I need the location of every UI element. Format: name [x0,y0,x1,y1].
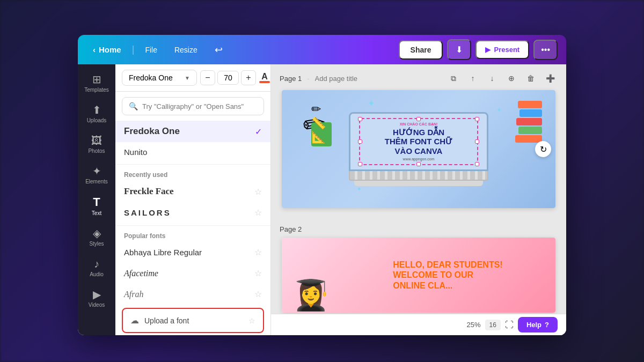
font-selector-arrow: ▼ [185,75,190,81]
font-name-label: Fredoka One [124,126,255,137]
page1-subtext: www.appngon.com [365,157,472,161]
duplicate-page-button[interactable]: ⊕ [504,71,519,86]
text-selection: XIN CHÀO CÁC BẠN! HƯỚNG DẪN THÊM FONT CH… [359,118,478,165]
page1-content: ✏ ✏📏📐 [282,90,555,208]
page2-label: Page 2 [280,225,302,233]
page2-line2: WELCOME TO OUR [393,270,502,280]
present-button[interactable]: ▶ Present [475,40,529,59]
copy-page-button[interactable]: ⧉ [446,71,461,86]
help-icon: ? [545,321,549,329]
more-options-button[interactable]: ••• [533,40,558,60]
font-item-aileron[interactable]: Aileron Regular ☆ [115,305,270,306]
page2-content: 👩‍🎓 HELLO, DEAR STUDENTS! WELCOME TO OUR… [282,238,555,313]
page1-sep: - [307,75,309,83]
home-nav-button[interactable]: ‹ Home [86,42,128,57]
heading-line1: HƯỚNG DẪN [365,128,472,137]
sidebar-item-templates[interactable]: ⊞ Templates [80,69,113,98]
icon-sidebar: ⊞ Templates ⬆ Uploads 🖼 Photos ✦ Element… [78,64,115,335]
sidebar-item-photos[interactable]: 🖼 Photos [80,130,113,159]
sidebar-item-audio[interactable]: ♪ Audio [80,253,113,283]
canvas-scroll-area[interactable]: Page 1 - ⧉ ↑ ↓ ⊕ 🗑 ➕ [271,64,566,335]
photos-icon: 🖼 [91,135,102,146]
page2-background[interactable]: 👩‍🎓 HELLO, DEAR STUDENTS! WELCOME TO OUR… [282,238,555,313]
font-favorite-star[interactable]: ☆ [254,247,262,257]
page1-actions: ⧉ ↑ ↓ ⊕ 🗑 ➕ [446,71,558,86]
search-icon: 🔍 [129,102,138,110]
page1-label: Page 1 [280,75,302,83]
star2-decoration: ✦ [496,106,502,114]
upload-font-label: Upload a font [144,316,189,325]
font-favorite-star[interactable]: ☆ [254,289,262,299]
font-favorite-star[interactable]: ☆ [254,187,262,197]
font-item-abhaya[interactable]: Abhaya Libre Regular ☆ [115,242,270,263]
styles-label: Styles [89,241,104,247]
present-label: Present [494,46,519,54]
page2-text-area: HELLO, DEAR STUDENTS! WELCOME TO OUR ONL… [384,238,555,313]
font-size-value[interactable]: 70 [217,71,239,85]
main-content-area: ⊞ Templates ⬆ Uploads 🖼 Photos ✦ Element… [78,64,566,335]
sidebar-item-uploads[interactable]: ⬆ Uploads [80,99,113,129]
decrease-size-button[interactable]: − [200,70,215,85]
page2-character-area: 👩‍🎓 [282,238,384,313]
share-button[interactable]: Share [399,40,443,60]
move-up-button[interactable]: ↑ [465,71,480,86]
increase-size-button[interactable]: + [241,70,256,85]
font-size-controls: − 70 + [200,70,256,85]
page2-heading: HELLO, DEAR STUDENTS! WELCOME TO OUR ONL… [393,260,502,291]
font-color-button[interactable]: A [259,70,270,85]
sidebar-item-elements[interactable]: ✦ Elements [80,160,113,190]
upload-favorite-star[interactable]: ☆ [248,316,255,325]
laptop-graphic: XIN CHÀO CÁC BẠN! HƯỚNG DẪN THÊM FONT CH… [349,112,488,186]
page2-character: 👩‍🎓 [292,278,330,313]
refresh-button[interactable]: ↻ [535,141,551,157]
font-item-afrah[interactable]: Afrah ☆ [115,284,270,305]
upload-font-button[interactable]: ☁ Upload a font ☆ [122,308,264,333]
font-item-fredoka-one[interactable]: Fredoka One ✓ [115,121,270,142]
font-color-indicator [259,81,270,83]
sidebar-item-text[interactable]: T Text [80,191,113,221]
font-item-nunito[interactable]: Nunito [115,142,270,162]
page1-header: Page 1 - ⧉ ↑ ↓ ⊕ 🗑 ➕ [271,64,566,90]
sidebar-item-videos[interactable]: ▶ Videos [80,284,113,313]
font-name-label: Abhaya Libre Regular [124,248,254,257]
page-indicator: 16 [485,320,501,330]
sidebar-item-styles[interactable]: ◈ Styles [80,223,113,252]
font-item-sailors[interactable]: SAILORS ☆ [115,202,270,223]
canvas-wrapper: Page 1 - ⧉ ↑ ↓ ⊕ 🗑 ➕ [271,64,566,335]
page1-background[interactable]: ✏ ✏📏📐 [282,90,555,208]
font-item-afacetime[interactable]: Afacetime ☆ [115,263,270,284]
add-page-button[interactable]: ➕ [543,71,558,86]
font-list: Fredoka One ✓ Nunito Recently used Freck… [115,121,270,306]
font-selected-check: ✓ [255,127,262,137]
undo-button[interactable]: ↩ [210,42,227,58]
font-item-freckle-face[interactable]: Freckle Face ☆ [115,181,270,202]
present-icon: ▶ [485,46,491,54]
resize-nav-button[interactable]: Resize [168,42,204,57]
font-search-input[interactable] [142,102,257,110]
divider [115,164,270,165]
file-nav-button[interactable]: File [138,42,164,57]
delete-page-button[interactable]: 🗑 [523,71,538,86]
nav-separator: | [132,44,135,55]
font-favorite-star[interactable]: ☆ [254,268,262,278]
canvas-page-1: ✏ ✏📏📐 [282,90,555,208]
download-button[interactable]: ⬇ [447,39,471,60]
font-favorite-star[interactable]: ☆ [254,208,262,218]
page1-title-input[interactable] [315,75,405,83]
heading-line3: VÀO CANVA [365,146,472,156]
font-selector[interactable]: Fredoka One ▼ [122,70,197,86]
laptop-base [354,181,483,186]
xin-chao-label: XIN CHÀO CÁC BẠN! [365,122,472,127]
font-toolbar: Fredoka One ▼ − 70 + A B ••• 🗑 [115,64,270,92]
templates-icon: ⊞ [92,74,101,85]
bottom-bar: 25% 16 ⛶ Help ? [271,314,566,335]
help-button[interactable]: Help ? [518,317,558,333]
page1-heading: HƯỚNG DẪN THÊM FONT CHỮ VÀO CANVA [365,128,472,156]
move-down-button[interactable]: ↓ [485,71,500,86]
elements-icon: ✦ [92,166,101,176]
pencil-cup-decoration: ✏📏📐 [311,122,333,152]
font-search-box[interactable]: 🔍 [122,97,264,115]
heading-line2: THÊM FONT CHỮ [365,137,472,146]
fullscreen-button[interactable]: ⛶ [505,320,514,330]
books-decoration [515,101,542,143]
